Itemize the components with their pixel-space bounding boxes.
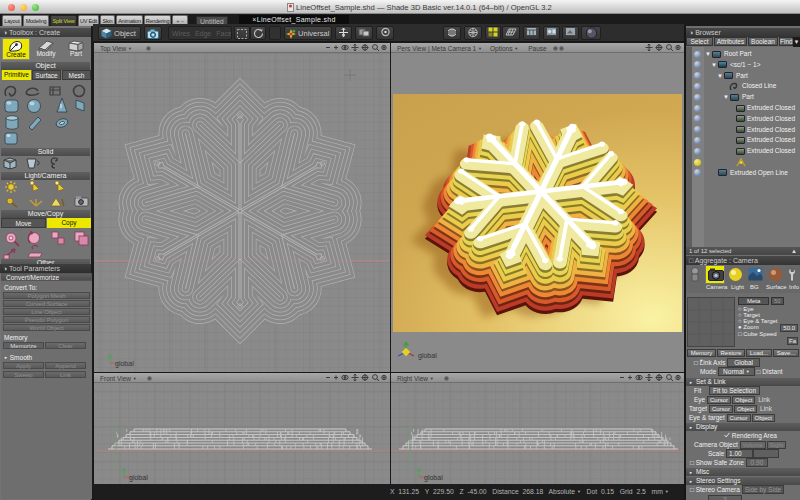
svg-text:global: global (115, 360, 134, 368)
svg-text:global: global (129, 474, 148, 482)
svg-text:global: global (424, 474, 443, 482)
svg-text:global: global (418, 352, 437, 360)
